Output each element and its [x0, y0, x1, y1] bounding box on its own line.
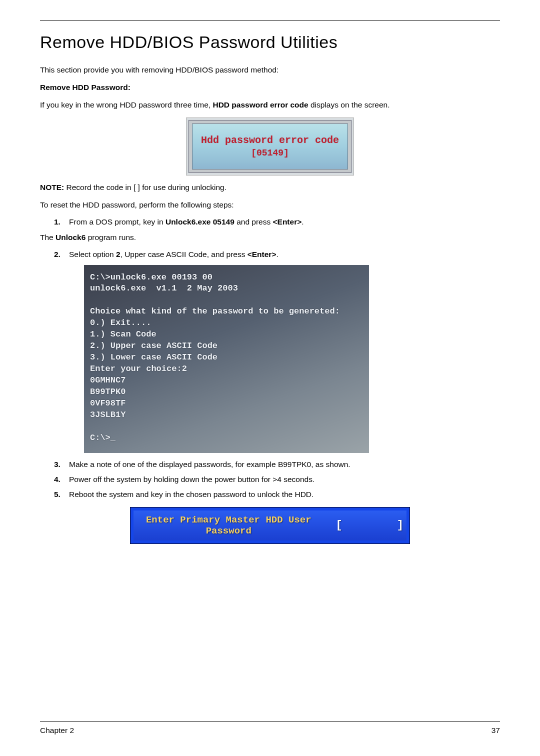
dos-line: unlock6.exe v1.1 2 May 2003: [90, 283, 363, 294]
steps-list-2: 2. Select option 2, Upper case ASCII Cod…: [54, 250, 500, 259]
bracket-open: [: [336, 519, 342, 532]
error-box-inner: Hdd password error code [05149]: [192, 124, 348, 170]
step-num: 1.: [54, 218, 69, 226]
dos-line: C:\>_: [90, 432, 363, 444]
note-label: NOTE:: [40, 183, 66, 192]
steps-list: 1. From a DOS prompt, key in Unlock6.exe…: [54, 218, 500, 226]
wrong-pw-suffix: displays on the screen.: [308, 100, 390, 109]
footer-row: Chapter 2 37: [40, 726, 500, 735]
step-text: Select option 2, Upper case ASCII Code, …: [69, 250, 500, 259]
page-number: 37: [492, 726, 500, 735]
chapter-label: Chapter 2: [40, 726, 74, 735]
pw-prompt-text: Enter Primary Master HDD User Password: [134, 514, 324, 536]
top-rule: [40, 20, 500, 20]
dos-line: Enter your choice:2: [90, 364, 363, 375]
dos-line: [90, 294, 363, 306]
sub-heading: Remove HDD Password:: [40, 82, 500, 93]
error-line1: Hdd password error code: [201, 134, 339, 146]
step-3: 3. Make a note of one of the displayed p…: [54, 460, 500, 469]
error-line2: [05149]: [251, 148, 289, 158]
pw-box: Enter Primary Master HDD User Password […: [130, 507, 410, 544]
step-num: 2.: [54, 250, 69, 259]
reset-intro: To reset the HDD password, perform the f…: [40, 200, 500, 210]
step-text: From a DOS prompt, key in Unlock6.exe 05…: [69, 218, 500, 226]
dos-line: 3JSLB1Y: [90, 410, 363, 421]
dos-line: 2.) Upper case ASCII Code: [90, 340, 363, 352]
dos-line: 0GMHNC7: [90, 375, 363, 386]
wrong-pw-prefix: If you key in the wrong HDD password thr…: [40, 100, 212, 109]
dos-line: [90, 421, 363, 432]
steps-list-3: 3. Make a note of one of the displayed p…: [54, 460, 500, 499]
password-prompt-figure: Enter Primary Master HDD User Password […: [40, 507, 500, 544]
step-num: 4.: [54, 475, 69, 484]
dos-line: 1.) Scan Code: [90, 329, 363, 340]
step-num: 5.: [54, 490, 69, 499]
dos-screenshot: C:\>unlock6.exe 00193 00 unlock6.exe v1.…: [84, 265, 369, 453]
step-text: Make a note of one of the displayed pass…: [69, 460, 500, 469]
intro-text: This section provide you with removing H…: [40, 65, 500, 76]
wrong-password-text: If you key in the wrong HDD password thr…: [40, 100, 500, 110]
error-code-figure: Hdd password error code [05149]: [40, 118, 500, 176]
dos-line: 0VF98TF: [90, 398, 363, 410]
note-text: Record the code in [ ] for use during un…: [66, 183, 227, 192]
error-box-outer: Hdd password error code [05149]: [186, 118, 354, 176]
step-2: 2. Select option 2, Upper case ASCII Cod…: [54, 250, 500, 259]
dos-line: B99TPK0: [90, 386, 363, 398]
dos-line: 0.) Exit....: [90, 318, 363, 329]
pw-band: Enter Primary Master HDD User Password […: [134, 510, 406, 540]
dos-line: Choice what kind of the password to be g…: [90, 306, 363, 318]
step-4: 4. Power off the system by holding down …: [54, 475, 500, 484]
step-num: 3.: [54, 460, 69, 469]
footer-rule: [40, 722, 500, 722]
unlock-runs: The Unlock6 program runs.: [40, 232, 500, 243]
step-1: 1. From a DOS prompt, key in Unlock6.exe…: [54, 218, 500, 226]
document-page: Remove HDD/BIOS Password Utilities This …: [0, 0, 540, 756]
dos-line: C:\>unlock6.exe 00193 00: [90, 272, 363, 284]
page-footer: Chapter 2 37: [40, 722, 500, 735]
step-text: Power off the system by holding down the…: [69, 475, 500, 484]
wrong-pw-bold: HDD password error code: [212, 100, 308, 109]
note-paragraph: NOTE: Record the code in [ ] for use dur…: [40, 182, 500, 193]
page-title: Remove HDD/BIOS Password Utilities: [40, 32, 500, 52]
dos-line: 3.) Lower case ASCII Code: [90, 352, 363, 364]
bracket-close: ]: [397, 519, 404, 532]
step-text: Reboot the system and key in the chosen …: [69, 490, 500, 499]
error-box-mid: Hdd password error code [05149]: [188, 120, 352, 173]
step-5: 5. Reboot the system and key in the chos…: [54, 490, 500, 499]
